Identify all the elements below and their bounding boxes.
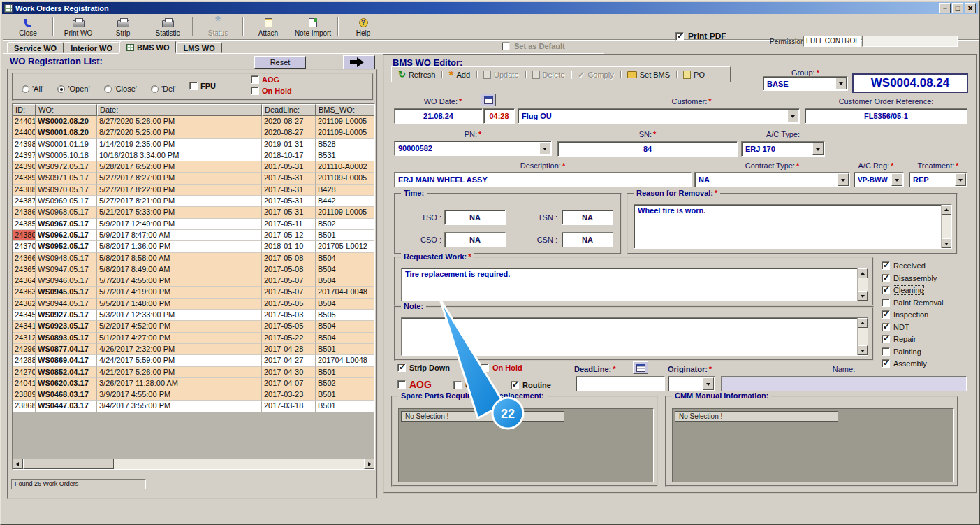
table-row[interactable]: 24296 WS0877.04.17 4/26/2017 2:32:00 PM … — [13, 344, 374, 355]
originator-select[interactable] — [668, 376, 715, 391]
filter-radio[interactable]: 'All' — [22, 85, 43, 93]
note-textarea[interactable] — [401, 317, 868, 356]
requested-work-textarea[interactable]: Tire replacement is required. — [401, 268, 868, 301]
maximize-icon[interactable] — [952, 3, 963, 13]
editor-toolbar-button[interactable]: Add — [444, 70, 474, 80]
deadline-field[interactable] — [576, 376, 665, 391]
filter-radio[interactable]: 'Close' — [104, 85, 137, 93]
table-row[interactable]: 24397 WS0005.10.18 10/16/2018 3:34:00 PM… — [13, 150, 374, 161]
dropdown-button[interactable] — [539, 142, 550, 154]
tsn-field[interactable]: NA — [562, 210, 613, 225]
scroll-down-button[interactable] — [858, 291, 868, 301]
name-field[interactable] — [721, 376, 967, 391]
tab[interactable]: BMS WO — [119, 41, 176, 53]
scroll-down-button[interactable] — [858, 345, 868, 355]
filter-radio[interactable]: 'Del' — [151, 85, 176, 93]
on-hold-filter-checkbox[interactable]: On Hold — [251, 87, 292, 95]
table-row[interactable]: 24363 WS0945.05.17 5/7/2017 4:19:00 PM 2… — [13, 287, 374, 298]
strip-down-checkbox[interactable]: Strip Down — [397, 364, 450, 372]
dropdown-button[interactable] — [955, 173, 966, 186]
toolbar-button[interactable]: Close — [6, 15, 50, 38]
wo-time-field[interactable]: 04:28 — [483, 108, 515, 124]
work-step-checkbox[interactable]: Repair — [882, 335, 944, 343]
table-row[interactable]: 24366 WS0948.05.17 5/8/2017 8:58:00 AM 2… — [13, 253, 374, 264]
tab[interactable]: LMS WO — [176, 42, 221, 53]
table-row[interactable]: 23889 WS0468.03.17 3/9/2017 4:55:00 PM 2… — [13, 389, 374, 401]
csn-field[interactable]: NA — [562, 232, 613, 247]
close-icon[interactable] — [965, 3, 976, 13]
table-row[interactable]: 24270 WS0852.04.17 4/21/2017 5:26:00 PM … — [13, 367, 374, 378]
scroll-track[interactable] — [858, 278, 868, 291]
vertical-scrollbar[interactable] — [857, 268, 868, 301]
wo-date-field[interactable]: 21.08.24 — [394, 108, 483, 124]
fpu-checkbox[interactable]: FPU — [189, 82, 216, 90]
spare-parts-panel[interactable]: No Selection ! — [398, 408, 654, 482]
work-step-checkbox[interactable]: Painting — [882, 347, 944, 356]
toolbar-button[interactable]: Note Import — [291, 15, 335, 38]
sn-field[interactable]: 84 — [557, 141, 738, 157]
scroll-track[interactable] — [858, 328, 868, 345]
scroll-thumb[interactable] — [23, 459, 114, 469]
dropdown-button[interactable] — [891, 173, 902, 186]
work-step-checkbox[interactable]: Paint Removal — [882, 299, 944, 307]
toolbar-button[interactable]: Strip — [101, 15, 145, 38]
scroll-track[interactable] — [942, 215, 951, 238]
aog-checkbox[interactable]: AOG — [397, 379, 432, 390]
editor-toolbar-button[interactable]: Set BMS — [623, 70, 674, 80]
scroll-track[interactable] — [114, 459, 364, 469]
table-row[interactable]: 24390 WS0972.05.17 5/28/2017 6:52:00 PM … — [13, 161, 374, 173]
dropdown-button[interactable] — [812, 143, 824, 155]
load-selected-arrow-button[interactable] — [343, 55, 375, 69]
table-row[interactable]: 24398 WS0001.01.19 1/14/2019 2:35:00 PM … — [13, 139, 374, 150]
work-step-checkbox[interactable]: Inspection — [882, 310, 944, 319]
table-row[interactable]: 24380 WS0962.05.17 5/9/2017 8:47:00 AM 2… — [13, 230, 374, 241]
table-row[interactable]: 23868 WS0447.03.17 3/4/2017 3:55:00 PM 2… — [13, 401, 374, 412]
dropdown-button[interactable] — [787, 110, 798, 122]
column-header-bmswo[interactable]: BMS_WO: — [316, 104, 374, 116]
toolbar-button[interactable]: Statistic — [145, 15, 190, 38]
print-pdf-checkbox[interactable]: Print PDF — [675, 31, 726, 41]
treatment-select[interactable]: REP — [909, 172, 967, 187]
cmm-panel[interactable]: No Selection ! — [672, 408, 954, 482]
dropdown-button[interactable] — [835, 78, 847, 89]
scroll-up-button[interactable] — [858, 268, 868, 278]
filter-radio[interactable]: 'Open' — [57, 85, 89, 93]
pn-select[interactable]: 90000582 — [394, 141, 552, 156]
customer-order-reference-field[interactable]: FL5356/05-1 — [805, 108, 967, 124]
horizontal-scrollbar[interactable] — [13, 459, 374, 469]
minimize-icon[interactable] — [939, 3, 951, 13]
description-field[interactable]: ERJ MAIN WHEEL ASSY — [394, 172, 692, 187]
scroll-up-button[interactable] — [858, 318, 868, 328]
reason-textarea[interactable]: Wheel tire is worn. — [634, 204, 952, 249]
table-row[interactable]: 24364 WS0946.05.17 5/7/2017 4:55:00 PM 2… — [13, 275, 374, 287]
table-row[interactable]: 24362 WS0944.05.17 5/5/2017 1:48:00 PM 2… — [13, 299, 374, 310]
scroll-down-button[interactable] — [942, 238, 951, 248]
ac-type-select[interactable]: ERJ 170 — [741, 141, 825, 157]
table-row[interactable]: 24312 WS0893.05.17 5/1/2017 4:27:00 PM 2… — [13, 333, 374, 344]
tso-field[interactable]: NA — [444, 210, 506, 225]
vertical-scrollbar[interactable] — [857, 318, 868, 355]
reset-button[interactable]: Reset — [254, 56, 306, 69]
work-step-checkbox[interactable]: Disassembly — [882, 274, 944, 282]
on-hold-checkbox[interactable]: On Hold — [481, 364, 522, 372]
table-row[interactable]: 24365 WS0947.05.17 5/8/2017 8:49:00 AM 2… — [13, 264, 374, 275]
tab[interactable]: Interior WO — [64, 42, 119, 53]
column-header-id[interactable]: ID: — [13, 104, 36, 116]
group-select[interactable]: BASE — [763, 76, 848, 91]
table-row[interactable]: 24385 WS0967.05.17 5/9/2017 12:49:00 PM … — [13, 219, 374, 230]
toolbar-button[interactable]: Status — [196, 15, 240, 38]
work-step-checkbox[interactable]: NDT — [882, 323, 944, 331]
toolbar-button[interactable]: Attach — [246, 15, 291, 38]
vertical-scrollbar[interactable] — [941, 205, 951, 248]
table-row[interactable]: 24288 WS0869.04.17 4/24/2017 5:59:00 PM … — [13, 355, 374, 366]
routine-checkbox[interactable]: Routine — [511, 381, 551, 389]
urgent-checkbox[interactable]: Urgent — [453, 381, 490, 389]
table-row[interactable]: 24400 WS0001.08.20 8/27/2020 5:25:00 PM … — [13, 127, 374, 138]
wo-date-calendar-button[interactable] — [481, 94, 496, 106]
work-step-checkbox[interactable]: Received — [882, 261, 944, 270]
work-step-checkbox[interactable]: Cleaning — [882, 286, 944, 294]
editor-toolbar-button[interactable]: Comply — [573, 69, 617, 80]
table-row[interactable]: 24041 WS0620.03.17 3/26/2017 11:28:00 AM… — [13, 378, 374, 389]
table-row[interactable]: 24370 WS0952.05.17 5/8/2017 1:36:00 PM 2… — [13, 241, 374, 252]
editor-toolbar-button[interactable]: Refresh — [394, 69, 439, 80]
